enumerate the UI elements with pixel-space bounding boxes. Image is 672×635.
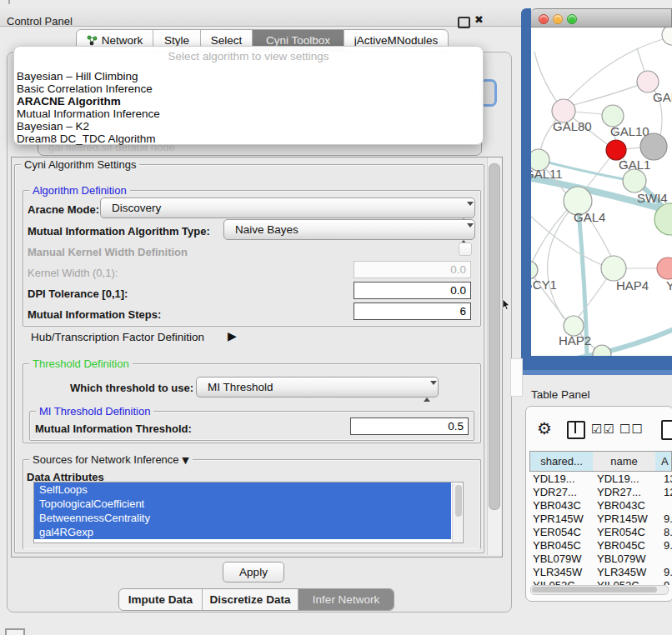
table-row[interactable]: YBL079WYBL079W [529, 552, 672, 567]
unchecked-columns-icon[interactable]: ☐☐ [619, 422, 644, 437]
network-node-label: GAL80 [553, 119, 592, 133]
table-row[interactable]: YLR345WYLR345W9. [529, 566, 672, 580]
close-icon[interactable]: ✖ [474, 13, 484, 26]
cell: YLR345W [597, 566, 657, 578]
tab-label: Infer Network [313, 593, 379, 606]
table-row[interactable]: YIL052CYIL052C9 [529, 579, 672, 585]
attribute-item[interactable]: gal4RGexp [34, 525, 451, 539]
top-edge-mark [8, 0, 10, 4]
network-node-HAP4[interactable] [601, 256, 626, 281]
mi-algorithm-type-select[interactable]: Naive Bayes [223, 219, 475, 240]
table-row[interactable]: YBR043CYBR043C [529, 499, 672, 513]
settings-scrollbar-thumb[interactable] [489, 163, 500, 510]
split-columns-icon[interactable] [567, 421, 585, 439]
algorithm-option[interactable]: Bayesian – K2 [17, 120, 89, 132]
algorithm-option[interactable]: Bayesian – Hill Climbing [17, 70, 138, 82]
hub-definition-label[interactable]: Hub/Transcription Factor Definition [31, 331, 204, 343]
close-traffic-icon[interactable] [539, 14, 549, 24]
network-node[interactable] [593, 345, 611, 356]
aracne-mode-label: Aracne Mode: [28, 203, 99, 216]
expand-arrow-icon[interactable]: ▶ [228, 329, 237, 342]
tab-label: Network [102, 34, 143, 47]
network-edge[interactable] [574, 82, 648, 105]
tab-impute-data[interactable]: Impute Data [119, 589, 203, 610]
algorithm-option-selected[interactable]: ARACNE Algorithm [17, 95, 121, 108]
kernel-width-input[interactable] [354, 261, 471, 278]
aracne-mode-select[interactable]: Discovery [100, 198, 475, 218]
control-panel-title: Control Panel [7, 15, 73, 28]
column-header-shared[interactable]: shared... [529, 451, 594, 472]
tab-infer-network[interactable]: Infer Network [298, 589, 394, 610]
collapse-arrow-icon[interactable]: ▼ [182, 455, 188, 466]
dpi-tolerance-input[interactable] [354, 282, 471, 299]
panel-icon-partial[interactable] [661, 420, 672, 440]
tab-label: Cyni Toolbox [266, 34, 330, 47]
mi-threshold-input[interactable] [350, 418, 469, 435]
checked-columns-icon[interactable]: ☑☑ [591, 422, 615, 437]
kernel-width-label: Kernel Width (0,1): [28, 267, 118, 279]
algorithm-option[interactable]: Mutual Information Inference [17, 108, 160, 120]
which-threshold-value: MI Threshold [208, 381, 273, 393]
network-node-label: GCY1 [531, 278, 557, 292]
cell: 13 [664, 472, 672, 485]
network-edge[interactable] [531, 210, 567, 270]
cell: YER054C [597, 526, 657, 538]
float-window-icon[interactable] [458, 17, 470, 28]
minimize-traffic-icon[interactable] [553, 14, 563, 24]
cell: YIL052C [533, 579, 593, 585]
table-row[interactable]: YPR145WYPR145W9. [529, 512, 672, 527]
network-node-label: GAL [653, 90, 672, 104]
mi-steps-input[interactable] [354, 302, 471, 320]
mi-algorithm-type-label: Mutual Information Algorithm Type: [28, 225, 210, 238]
network-node-label: SWI4 [637, 191, 668, 205]
network-canvas[interactable]: GALGAL80GAL10GAL1GAL11SWI4GAL4GCY1HAP4YH… [531, 28, 672, 356]
tab-label: Discretize Data [210, 593, 291, 606]
network-node-label: GAL11 [531, 167, 563, 181]
mi-threshold-group-title: MI Threshold Definition [36, 405, 153, 418]
which-threshold-select[interactable]: MI Threshold [196, 377, 439, 398]
manual-kernel-width-label: Manual Kernel Width Definition [28, 246, 188, 258]
cell: 9. [664, 566, 672, 578]
zoom-traffic-icon[interactable] [567, 14, 577, 24]
network-node-Y[interactable] [657, 258, 672, 279]
attribute-item[interactable]: SelfLoops [34, 482, 451, 497]
cell: YBR043C [533, 499, 593, 512]
network-window-titlebar[interactable] [531, 8, 672, 28]
cell: 9. [664, 512, 672, 525]
table-row[interactable]: YBR045CYBR045C9. [529, 539, 672, 553]
algorithm-option[interactable]: Basic Correlation Inference [17, 82, 153, 95]
algorithm-popup: Select algorithm to view settings Bayesi… [13, 46, 484, 145]
cell: YLR345W [533, 566, 593, 578]
attributes-scrollbar-thumb[interactable] [455, 485, 462, 517]
apply-button-label: Apply [239, 566, 268, 578]
data-attributes-list[interactable]: SelfLoops TopologicalCoefficient Between… [33, 482, 464, 543]
column-header-name[interactable]: name [593, 451, 656, 472]
panel-gap-sliver [510, 358, 523, 397]
table-row[interactable]: YDL19...YDL19...13 [529, 472, 672, 487]
network-node-label: GAL10 [610, 124, 649, 138]
cell: 8. [664, 526, 672, 538]
cell: YIL052C [597, 579, 657, 585]
screen: Control Panel ✖ Network Style Select Cyn… [0, 0, 672, 635]
cell: YDL19... [597, 472, 657, 485]
algorithm-option[interactable]: Dream8 DC_TDC Algorithm [17, 132, 156, 145]
apply-button[interactable]: Apply [223, 562, 284, 582]
algorithm-popup-placeholder: Select algorithm to view settings [14, 50, 483, 62]
network-node[interactable] [662, 28, 672, 45]
network-node-GCY1[interactable] [531, 261, 538, 279]
attribute-item[interactable]: TopologicalCoefficient [34, 497, 451, 511]
column-header-partial[interactable]: A [655, 451, 672, 472]
network-node[interactable] [640, 133, 667, 160]
attribute-item[interactable]: BetweennessCentrality [34, 511, 451, 525]
cell: YBL079W [597, 552, 657, 565]
gear-icon[interactable]: ⚙ [537, 418, 552, 438]
dock-panel-icon[interactable] [5, 628, 25, 635]
table-row[interactable]: YER054CYER054C8. [529, 526, 672, 540]
tab-discretize-data[interactable]: Discretize Data [203, 589, 298, 610]
table-body: YDL19...YDL19...13 YDR27...YDR27...12 YB… [525, 472, 672, 585]
table-hscrollbar-thumb[interactable] [532, 587, 657, 592]
manual-kernel-width-checkbox[interactable] [459, 242, 472, 256]
cell: YER054C [533, 526, 593, 538]
table-row[interactable]: YDR27...YDR27...12 [529, 486, 672, 500]
network-node-SWI4[interactable] [623, 169, 646, 192]
